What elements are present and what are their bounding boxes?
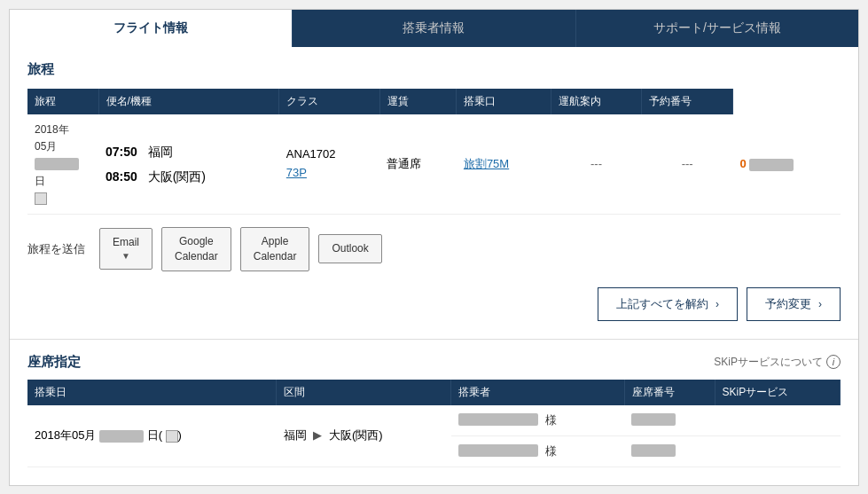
email-arrow-icon: ▼: [121, 250, 130, 263]
flight-cell: ANA1702 73P: [279, 114, 379, 214]
seat-2-number: [624, 435, 715, 467]
itinerary-table: 旅程 便名/機種 クラス 運賃 搭乗口 運航案内 予約番号 2018年 05月: [27, 89, 841, 215]
route-arrow-icon: ▶: [313, 428, 322, 442]
passenger-1-cell: 様: [451, 405, 624, 436]
aircraft-link[interactable]: 73P: [286, 166, 307, 179]
skip-info-icon[interactable]: i: [826, 355, 841, 369]
reservation-cell: 0: [733, 114, 841, 214]
passenger-2-name: [458, 444, 538, 457]
tab-support[interactable]: サポート/サービス情報: [576, 10, 858, 47]
send-itinerary-row: 旅程を送信 Email ▼ Google Calendar Apple Cale…: [27, 215, 841, 277]
arrive-time: 08:50: [106, 169, 137, 184]
month: 05月: [35, 140, 57, 153]
seat-section: 座席指定 SKiPサービスについて i 搭乗日 区間 搭乗者 座席番号 SKiP…: [10, 340, 858, 485]
seat-table: 搭乗日 区間 搭乗者 座席番号 SKiPサービス 2018年05月 日( ): [27, 380, 841, 467]
tab-passenger[interactable]: 搭乗者情報: [293, 10, 575, 47]
cancel-chevron-icon: ›: [716, 298, 719, 310]
action-row: 上記すべてを解約 › 予約変更 ›: [27, 277, 841, 325]
day-suffix: 日: [35, 175, 45, 187]
col-class: クラス: [279, 89, 379, 114]
date-cell: 2018年 05月 日: [27, 114, 98, 214]
seat-1-number: [624, 405, 715, 436]
col-boarding-date: 搭乗日: [27, 380, 277, 405]
skip-info: SKiPサービスについて i: [714, 355, 841, 370]
flight-number: ANA1702: [286, 147, 336, 161]
email-button[interactable]: Email ▼: [99, 228, 152, 270]
tab-bar: フライト情報 搭乗者情報 サポート/サービス情報: [10, 10, 858, 47]
seat-2-box: [631, 444, 676, 457]
skip-1-cell: [715, 405, 840, 436]
col-fare: 運賃: [379, 89, 457, 114]
change-reservation-button[interactable]: 予約変更 ›: [747, 287, 841, 321]
info-cell: ---: [642, 114, 733, 214]
arrive-city: 大阪(関西): [148, 169, 206, 184]
col-seat-number: 座席番号: [624, 380, 715, 405]
route-cell: 07:50 福岡 08:50 大阪(関西): [98, 114, 279, 214]
depart-city: 福岡: [148, 145, 173, 159]
day-blurred: [35, 158, 79, 170]
date-checkbox: [35, 192, 47, 205]
cancel-all-button[interactable]: 上記すべてを解約 ›: [598, 287, 738, 321]
reservation-prefix: 0: [740, 157, 747, 170]
class-cell: 普通席: [379, 114, 457, 214]
col-info: 運航案内: [551, 89, 642, 114]
col-flight: 便名/機種: [98, 89, 279, 114]
skip-2-cell: [715, 435, 840, 467]
passenger-1-name: [458, 413, 538, 426]
year: 2018年: [35, 123, 69, 136]
seat-route: 福岡 ▶ 大阪(関西): [277, 405, 451, 467]
reservation-blurred: [749, 159, 794, 171]
fare-cell: 旅割75M: [457, 114, 551, 214]
col-skip-service: SKiPサービス: [715, 380, 840, 405]
col-reservation: 予約番号: [642, 89, 733, 114]
col-gate: 搭乗口: [457, 89, 551, 114]
itinerary-section: 旅程 旅程 便名/機種 クラス 運賃 搭乗口 運航案内 予約番号 2018年: [10, 47, 858, 340]
itinerary-title: 旅程: [27, 61, 841, 78]
itinerary-row: 2018年 05月 日 07:50 福岡: [27, 114, 841, 214]
col-itinerary: 旅程: [27, 89, 98, 114]
outlook-button[interactable]: Outlook: [318, 234, 381, 263]
tab-flight[interactable]: フライト情報: [10, 10, 293, 47]
seat-1-box: [631, 413, 676, 426]
col-route: 区間: [277, 380, 451, 405]
col-passenger: 搭乗者: [451, 380, 624, 405]
seat-day-blurred: [99, 430, 144, 443]
google-calendar-button[interactable]: Google Calendar: [161, 227, 231, 271]
passenger-2-cell: 様: [451, 435, 624, 467]
seat-date: 2018年05月 日( ): [27, 405, 277, 467]
fare-link[interactable]: 旅割75M: [464, 157, 509, 170]
seat-checkbox: [166, 430, 178, 443]
apple-calendar-button[interactable]: Apple Calendar: [240, 227, 310, 271]
seat-title: 座席指定: [27, 354, 81, 371]
send-label: 旅程を送信: [27, 241, 85, 257]
main-container: フライト情報 搭乗者情報 サポート/サービス情報 旅程 旅程 便名/機種 クラス…: [9, 9, 859, 486]
seat-header: 座席指定 SKiPサービスについて i: [27, 354, 841, 371]
seat-row-1: 2018年05月 日( ) 福岡 ▶ 大阪(関西) 様: [27, 405, 841, 436]
depart-time: 07:50: [106, 145, 137, 159]
change-chevron-icon: ›: [818, 298, 822, 310]
gate-cell: ---: [551, 114, 642, 214]
